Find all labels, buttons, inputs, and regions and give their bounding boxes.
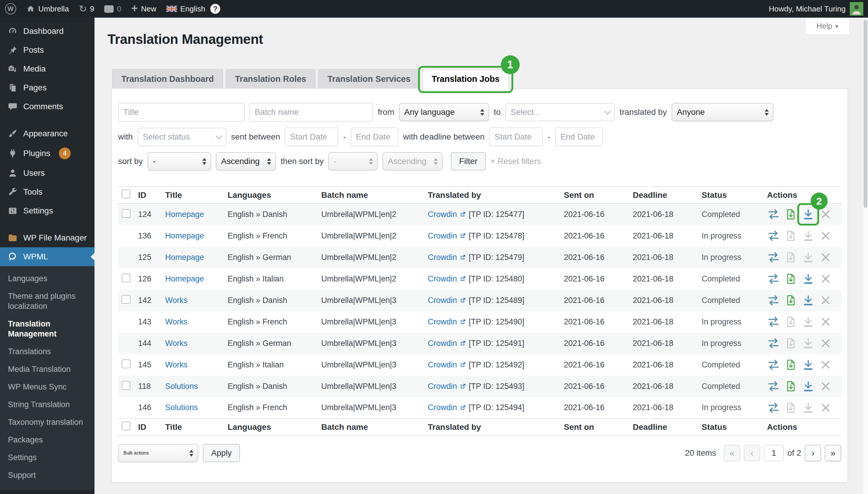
cancel-icon[interactable] — [819, 380, 832, 393]
cancel-icon[interactable] — [819, 251, 832, 264]
sidebar-item-comments[interactable]: Comments — [0, 97, 95, 116]
updates-button[interactable]: ↻ 9 — [74, 0, 99, 18]
cancel-icon[interactable] — [819, 401, 832, 414]
sent-end-date-input[interactable] — [351, 128, 398, 146]
download-translation-icon[interactable] — [802, 401, 815, 414]
translator-link[interactable]: Crowdin — [428, 339, 466, 348]
reset-filters-link[interactable]: × Reset filters — [491, 157, 541, 166]
previous-page-button[interactable]: ‹ — [744, 445, 760, 461]
tab-translation-roles[interactable]: Translation Roles — [226, 69, 315, 89]
job-title-link[interactable]: Works — [165, 317, 188, 326]
sync-icon[interactable] — [767, 294, 780, 307]
sidebar-item-dashboard[interactable]: Dashboard — [0, 22, 95, 41]
sync-icon[interactable] — [767, 358, 780, 371]
deadline-start-date-input[interactable] — [489, 128, 543, 146]
cancel-icon[interactable] — [819, 229, 832, 242]
translator-link[interactable]: Crowdin — [428, 274, 466, 284]
select-all-checkbox[interactable] — [121, 190, 130, 198]
sidebar-item-posts[interactable]: Posts — [0, 41, 95, 59]
row-checkbox[interactable] — [121, 359, 130, 368]
wpml-submenu-item-support[interactable]: Support — [0, 466, 88, 484]
job-title-link[interactable]: Works — [165, 339, 188, 348]
translator-link[interactable]: Crowdin — [428, 360, 466, 369]
bulk-actions-select[interactable]: Bulk actions — [118, 444, 198, 462]
apply-button[interactable]: Apply — [203, 444, 240, 462]
site-name-button[interactable]: Umbrella — [21, 0, 74, 18]
select-all-checkbox-bottom[interactable] — [121, 422, 130, 431]
row-checkbox[interactable] — [121, 273, 130, 282]
scrollbar-thumb[interactable] — [864, 19, 867, 208]
download-translation-icon[interactable] — [802, 208, 815, 221]
sidebar-item-pages[interactable]: Pages — [0, 78, 95, 97]
wpml-submenu-item-media-translation[interactable]: Media Translation — [0, 360, 88, 378]
download-xliff-icon[interactable] — [785, 208, 797, 221]
comments-button[interactable]: 0 — [99, 0, 126, 18]
download-xliff-icon[interactable] — [785, 337, 797, 350]
sent-start-date-input[interactable] — [285, 128, 338, 146]
download-xliff-icon[interactable] — [785, 380, 797, 393]
sync-icon[interactable] — [767, 272, 780, 285]
sidebar-item-users[interactable]: Users — [0, 164, 95, 183]
download-translation-icon[interactable] — [802, 380, 815, 393]
download-translation-icon[interactable] — [802, 251, 815, 264]
job-title-link[interactable]: Works — [165, 296, 188, 305]
download-translation-icon[interactable] — [802, 358, 815, 371]
download-xliff-icon[interactable] — [785, 229, 797, 242]
sync-icon[interactable] — [767, 229, 780, 242]
language-switcher[interactable]: English ? — [162, 0, 225, 18]
row-checkbox[interactable] — [121, 381, 130, 390]
wpml-submenu-item-packages[interactable]: Packages — [0, 431, 88, 449]
sidebar-item-appearance[interactable]: Appearance — [0, 124, 95, 143]
wpml-submenu-item-settings[interactable]: Settings — [0, 449, 88, 466]
current-page-input[interactable] — [764, 445, 784, 461]
filter-button[interactable]: Filter — [451, 152, 486, 170]
then-sort-order-select[interactable]: Ascending — [382, 152, 442, 170]
tab-translation-jobs[interactable]: Translation Jobs1 — [422, 69, 509, 89]
scrollbar[interactable] — [863, 18, 868, 494]
first-page-button[interactable]: « — [724, 445, 740, 461]
download-xliff-icon[interactable] — [785, 251, 797, 264]
sort-order-select[interactable]: Ascending — [216, 152, 276, 170]
job-title-link[interactable]: Works — [165, 360, 188, 369]
job-title-link[interactable]: Homepage — [165, 210, 204, 219]
sync-icon[interactable] — [767, 251, 780, 264]
last-page-button[interactable]: » — [825, 445, 841, 461]
sync-icon[interactable] — [767, 401, 780, 414]
title-filter-input[interactable] — [118, 103, 245, 121]
next-page-button[interactable]: › — [805, 445, 821, 461]
download-xliff-icon[interactable] — [785, 315, 797, 328]
sidebar-item-settings[interactable]: Settings — [0, 202, 95, 220]
tab-translation-services[interactable]: Translation Services — [318, 69, 419, 89]
new-content-button[interactable]: + New — [126, 0, 162, 18]
download-translation-icon[interactable] — [802, 337, 815, 350]
wpml-submenu-item-theme-and-plugins-localization[interactable]: Theme and plugins localization — [0, 287, 88, 315]
to-language-select[interactable]: Select... — [505, 103, 615, 121]
wpml-submenu-item-string-translation[interactable]: String Translation — [0, 396, 88, 413]
job-title-link[interactable]: Homepage — [165, 274, 204, 283]
job-title-link[interactable]: Solutions — [165, 382, 198, 391]
cancel-icon[interactable] — [819, 358, 832, 371]
cancel-icon[interactable] — [819, 208, 832, 221]
sync-icon[interactable] — [767, 208, 780, 221]
sidebar-item-plugins[interactable]: Plugins4 — [0, 143, 95, 164]
translator-link[interactable]: Crowdin — [428, 403, 466, 412]
status-select[interactable]: Select status — [137, 128, 226, 146]
tab-translation-dashboard[interactable]: Translation Dashboard — [112, 69, 223, 89]
sort-by-select[interactable]: - — [148, 152, 211, 170]
cancel-icon[interactable] — [819, 294, 832, 307]
job-title-link[interactable]: Solutions — [165, 403, 198, 412]
wordpress-logo-button[interactable]: W — [0, 0, 21, 18]
translated-by-select[interactable]: Anyone — [672, 103, 773, 121]
cancel-icon[interactable] — [819, 315, 832, 328]
deadline-end-date-input[interactable] — [555, 128, 603, 146]
sync-icon[interactable] — [767, 337, 780, 350]
download-xliff-icon[interactable] — [785, 401, 797, 414]
batch-name-filter-input[interactable] — [249, 103, 373, 121]
job-title-link[interactable]: Homepage — [165, 231, 204, 240]
sidebar-item-wpml[interactable]: WPML — [0, 247, 95, 266]
translator-link[interactable]: Crowdin — [428, 382, 466, 391]
sidebar-item-wp-file-manager[interactable]: WP File Manager — [0, 228, 95, 247]
translator-link[interactable]: Crowdin — [428, 317, 466, 326]
translator-link[interactable]: Crowdin — [428, 296, 466, 305]
download-translation-icon[interactable] — [802, 229, 815, 242]
